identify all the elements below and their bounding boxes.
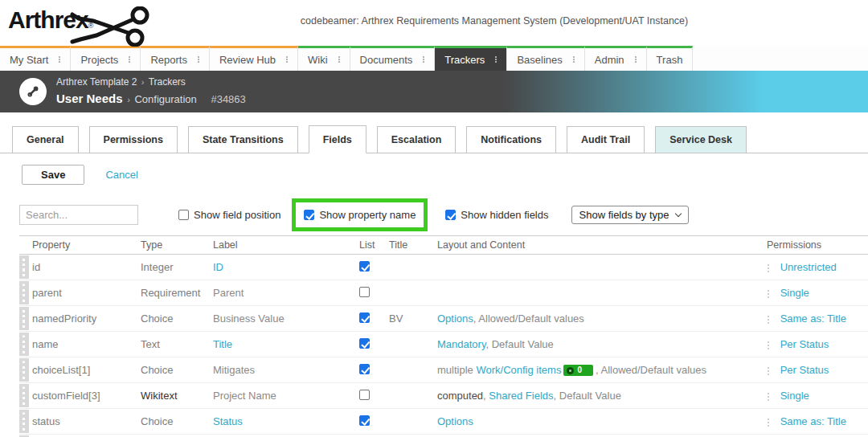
drag-handle[interactable] [19,358,29,382]
checkbox[interactable] [178,210,189,220]
tab-general[interactable]: General [12,126,79,153]
nav-item-wiki[interactable]: Wiki [298,46,350,71]
list-checkbox[interactable] [359,312,370,323]
checkbox[interactable] [445,210,456,220]
nav-item-label: Wiki [308,54,328,66]
list-checkbox[interactable] [359,364,370,374]
field-label: ID [213,261,223,273]
filter-show-hidden-fields[interactable]: Show hidden fields [445,209,548,221]
nav-item-projects[interactable]: Projects [71,46,141,71]
tracker-config-icon[interactable] [19,78,47,105]
search-input[interactable] [19,205,138,225]
menu-dots-icon[interactable] [59,59,60,60]
field-label: Status [213,415,243,427]
nav-item-label: Admin [595,54,624,66]
app-header: Arthrex® codebeamer: Arthrex Requirement… [0,0,868,46]
col-header-layout: Layout and Content [437,236,767,255]
nav-item-review-hub[interactable]: Review Hub [210,46,298,71]
menu-dots-icon[interactable] [338,59,340,60]
nav-item-my-start[interactable]: My Start [0,46,71,71]
checkbox[interactable] [304,210,314,220]
table-row-choicelist-2: choiceList[2] Choice Region multiple Opt… [19,435,868,437]
gear-count-badge[interactable]: 0 [563,365,593,376]
list-checkbox[interactable] [359,338,370,349]
layout-and-content: multiple Work/Config items0, Allowed/Def… [437,364,706,376]
menu-dots-icon[interactable] [635,59,637,60]
list-checkbox[interactable] [359,261,370,272]
permission-dots-icon [768,319,769,321]
nav-item-label: Documents [360,54,413,66]
tab-service-desk[interactable]: Service Desk [655,126,747,153]
list-checkbox[interactable] [359,287,370,297]
tab-escalation[interactable]: Escalation [377,126,457,153]
breadcrumb-line1: Arthrex Template 2 › Trackers [56,76,246,89]
tracker-id: #34863 [211,93,245,105]
nav-item-admin[interactable]: Admin [585,46,647,71]
save-button[interactable]: Save [22,165,84,185]
tab-label: General [27,134,64,145]
nav-item-label: Reports [150,54,187,66]
permission-link[interactable]: Per Status [780,338,829,350]
tab-permissions[interactable]: Permissions [89,126,178,153]
permission-link[interactable]: Single [780,287,809,299]
breadcrumb-separator: › [140,77,146,87]
filter-show-property-name[interactable]: Show property name [292,198,428,231]
tab-label: Fields [323,134,352,145]
permission-link[interactable]: Single [780,390,809,402]
checkbox-label: Show hidden fields [461,209,548,221]
drag-handle[interactable] [19,333,29,356]
gear-icon [567,367,574,374]
breadcrumb-section[interactable]: Trackers [149,76,186,88]
drag-handle[interactable] [19,384,29,407]
permission-link[interactable]: Per Status [780,364,829,376]
cancel-link[interactable]: Cancel [105,169,137,181]
filter-show-field-position[interactable]: Show field position [178,209,280,221]
main-nav: My Start Projects Reports Review Hub Wik… [0,46,868,71]
nav-item-baselines[interactable]: Baselines [507,46,584,71]
arthrex-logo[interactable]: Arthrex® [8,6,161,45]
permission-link[interactable]: Same as: Title [780,415,846,427]
nav-item-label: Review Hub [219,54,276,66]
drag-handle[interactable] [19,255,29,279]
show-fields-by-type-select[interactable]: Show fields by type [571,206,689,224]
layout-and-content: Mandatory, Default Value [437,338,554,350]
fields-table: Property Type Label List Title Layout an… [19,235,868,437]
col-header-label: Label [213,236,359,255]
tab-fields[interactable]: Fields [309,125,366,153]
nav-item-trackers[interactable]: Trackers [435,46,507,71]
list-checkbox[interactable] [359,390,370,400]
menu-dots-icon[interactable] [573,59,575,60]
tracker-title[interactable]: User Needs [56,92,123,105]
field-type: Integer [141,261,173,273]
menu-dots-icon[interactable] [198,59,199,60]
permission-dots-icon [768,345,769,346]
layout-and-content: Options, Allowed/Default values [437,312,584,325]
permission-link[interactable]: Unrestricted [780,261,837,273]
menu-dots-icon[interactable] [423,59,424,60]
permission-dots-icon [768,293,769,295]
menu-dots-icon[interactable] [495,59,497,60]
field-type: Wikitext [141,390,178,402]
menu-dots-icon[interactable] [129,59,130,60]
nav-item-documents[interactable]: Documents [350,46,436,71]
permission-link[interactable]: Same as: Title [780,312,846,325]
breadcrumb-project[interactable]: Arthrex Template 2 [56,76,137,88]
permission-dots-icon [768,268,769,269]
breadcrumb-separator: › [125,95,132,104]
drag-handle[interactable] [19,410,29,433]
nav-item-trash[interactable]: Trash [647,46,694,71]
col-header-list: List [359,236,389,255]
tab-state-transitions[interactable]: State Transitions [188,126,298,153]
drag-handle[interactable] [19,307,29,330]
menu-dots-icon[interactable] [286,59,288,60]
list-checkbox[interactable] [359,415,370,426]
drag-handle[interactable] [19,281,29,304]
field-label: Business Value [213,312,285,325]
tab-label: Permissions [104,134,163,145]
tab-label: Notifications [481,134,542,145]
tab-audit-trail[interactable]: Audit Trail [567,126,645,153]
property-name: parent [32,287,62,299]
tab-notifications[interactable]: Notifications [466,126,556,153]
nav-item-reports[interactable]: Reports [141,46,210,71]
scissors-icon [69,6,153,47]
